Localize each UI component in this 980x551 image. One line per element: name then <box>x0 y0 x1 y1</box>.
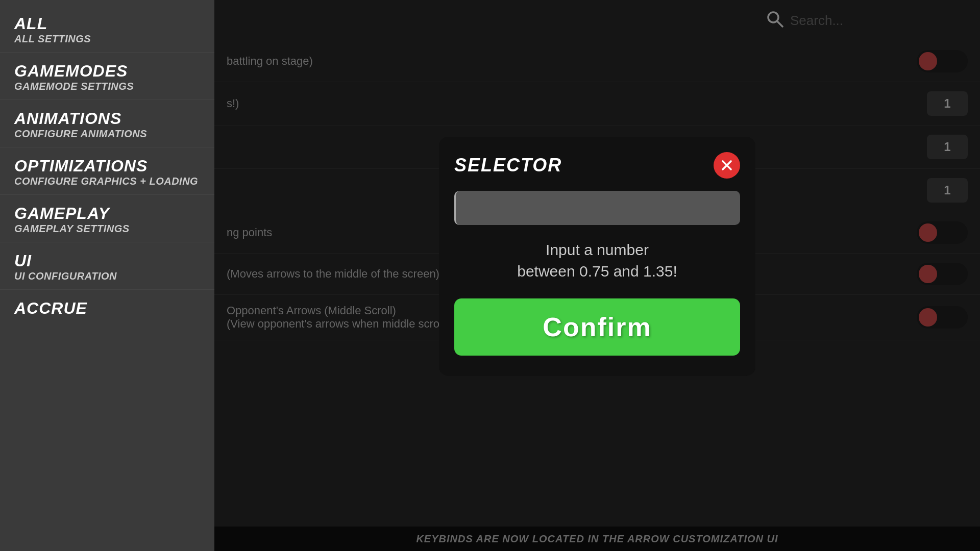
sidebar: All All Settings Gamemodes Gamemode Sett… <box>0 0 214 551</box>
sidebar-item-accrue-title: Accrue <box>14 299 200 318</box>
modal-header: Selector <box>454 152 740 179</box>
sidebar-item-optimizations-title: Optimizations <box>14 157 200 176</box>
sidebar-item-animations-title: Animations <box>14 109 200 128</box>
sidebar-item-gameplay-subtitle: Gameplay Settings <box>14 223 200 235</box>
modal-dialog: Selector Input a numberbetween 0.75 and … <box>439 137 755 376</box>
sidebar-item-gamemodes-title: Gamemodes <box>14 62 200 81</box>
sidebar-item-all-title: All <box>14 14 200 33</box>
sidebar-item-ui-subtitle: UI Configuration <box>14 270 200 282</box>
modal-title: Selector <box>454 155 562 176</box>
sidebar-item-gamemodes[interactable]: Gamemodes Gamemode Settings <box>0 53 214 100</box>
sidebar-item-gameplay-title: Gameplay <box>14 204 200 223</box>
sidebar-item-animations-subtitle: Configure Animations <box>14 128 200 140</box>
sidebar-item-accrue[interactable]: Accrue <box>0 290 214 325</box>
sidebar-item-all-subtitle: All Settings <box>14 33 200 45</box>
sidebar-item-optimizations-subtitle: Configure Graphics + Loading <box>14 176 200 187</box>
sidebar-item-ui-title: UI <box>14 252 200 270</box>
sidebar-item-all[interactable]: All All Settings <box>0 5 214 53</box>
app-container: All All Settings Gamemodes Gamemode Sett… <box>0 0 980 551</box>
modal-description: Input a numberbetween 0.75 and 1.35! <box>517 239 677 282</box>
sidebar-item-ui[interactable]: UI UI Configuration <box>0 242 214 290</box>
modal-input-container <box>454 191 740 225</box>
main-content: battling on stage) s!) 1 1 1 <box>214 0 980 551</box>
modal-close-button[interactable] <box>714 152 740 179</box>
sidebar-item-animations[interactable]: Animations Configure Animations <box>0 100 214 147</box>
modal-confirm-button[interactable]: Confirm <box>454 298 740 356</box>
modal-number-input[interactable] <box>454 191 740 225</box>
sidebar-item-gamemodes-subtitle: Gamemode Settings <box>14 81 200 92</box>
sidebar-item-gameplay[interactable]: Gameplay Gameplay Settings <box>0 195 214 242</box>
sidebar-item-optimizations[interactable]: Optimizations Configure Graphics + Loadi… <box>0 147 214 195</box>
